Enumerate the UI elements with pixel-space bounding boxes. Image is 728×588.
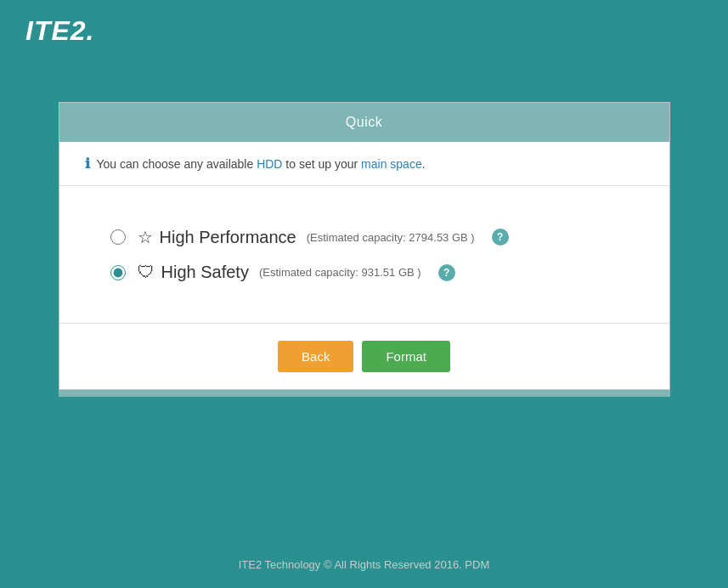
info-icon: ℹ	[85, 155, 90, 172]
options-section: ☆ High Performance (Estimated capacity: …	[59, 186, 669, 324]
dialog-title: Quick	[346, 115, 382, 129]
high-performance-capacity: (Estimated capacity: 2794.53 GB )	[307, 231, 475, 244]
high-performance-help-icon[interactable]: ?	[492, 229, 509, 246]
high-safety-name: High Safety	[161, 263, 249, 282]
high-performance-radio[interactable]	[110, 229, 126, 245]
dialog-header: Quick	[59, 103, 669, 142]
format-button[interactable]: Format	[362, 341, 450, 372]
high-safety-help-icon[interactable]: ?	[438, 264, 455, 281]
high-safety-icon: 🛡	[138, 263, 155, 282]
option-row-high-performance[interactable]: ☆ High Performance (Estimated capacity: …	[110, 227, 618, 247]
high-safety-radio[interactable]	[110, 265, 126, 280]
back-button[interactable]: Back	[278, 341, 353, 372]
bottom-bar	[59, 390, 670, 397]
high-safety-label[interactable]: 🛡 High Safety (Estimated capacity: 931.5…	[138, 263, 421, 282]
option-row-high-safety[interactable]: 🛡 High Safety (Estimated capacity: 931.5…	[110, 263, 618, 282]
actions-section: Back Format	[59, 324, 669, 389]
info-message: You can choose any available HDD to set …	[97, 157, 426, 171]
footer-text: ITE2 Technology © All Rights Reserved 20…	[239, 558, 489, 571]
high-performance-icon: ☆	[138, 227, 153, 247]
high-safety-capacity: (Estimated capacity: 931.51 GB )	[259, 266, 421, 279]
app-logo: ITE2.	[25, 15, 94, 47]
info-bar: ℹ You can choose any available HDD to se…	[59, 142, 669, 186]
high-performance-name: High Performance	[160, 228, 296, 247]
main-dialog: Quick ℹ You can choose any available HDD…	[59, 102, 670, 390]
high-performance-label[interactable]: ☆ High Performance (Estimated capacity: …	[138, 227, 475, 247]
